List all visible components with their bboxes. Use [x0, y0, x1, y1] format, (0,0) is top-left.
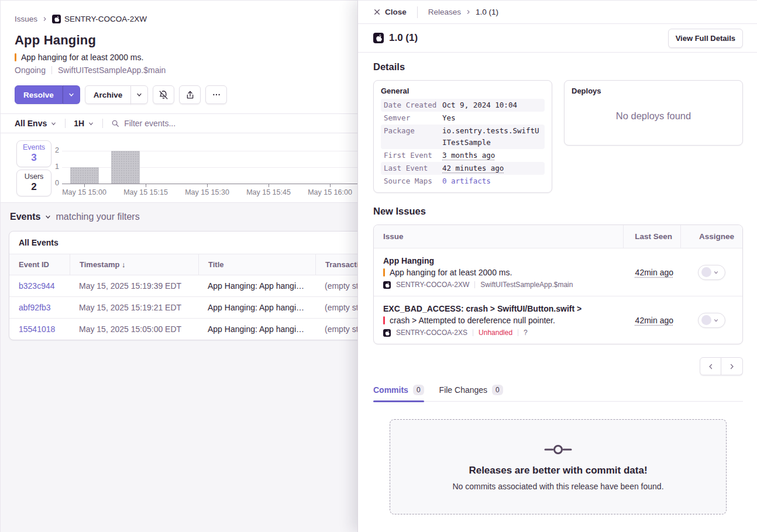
date-range-dropdown[interactable]: 1H [74, 119, 94, 128]
x-axis-label: May 15 16:00 [298, 188, 357, 196]
event-table-row: b323c944 May 15, 2025 15:19:39 EDT App H… [9, 275, 357, 297]
empty-state-subtitle: No commits associated with this release … [452, 482, 663, 491]
archive-dropdown-button[interactable] [130, 85, 148, 104]
release-titlebar: 1.0 (1) View Full Details [358, 24, 757, 53]
divider [51, 66, 52, 74]
issue-row-message: App hanging for at least 2000 ms. [390, 268, 512, 277]
event-id-link[interactable]: 15541018 [19, 324, 55, 334]
detail-row: Package io.sentry.tests.SwiftUITestSampl… [381, 125, 545, 149]
issue-last-seen: 42min ago [635, 268, 673, 277]
events-bar-chart: 012May 15 15:00May 15 15:15May 15 15:30M… [1, 133, 357, 202]
chart-bar [70, 167, 99, 184]
breadcrumb-releases-link[interactable]: Releases [428, 8, 461, 16]
deploys-card-title: Deploys [572, 87, 735, 95]
event-transaction: (empty string) [315, 275, 357, 296]
x-axis-label: May 15 15:45 [236, 188, 301, 196]
issue-row-title[interactable]: App Hanging [383, 256, 614, 265]
issue-row-culprit: SwiftUITestSampleApp.$main [480, 281, 573, 289]
column-header-issue: Issue [374, 225, 623, 248]
filter-events-input[interactable] [124, 119, 300, 128]
column-header-timestamp[interactable]: Timestamp ↓ [70, 254, 198, 275]
assignee-dropdown[interactable] [698, 313, 725, 328]
events-toggle-card[interactable]: Events 3 [16, 140, 51, 167]
column-header-event-id: Event ID [9, 254, 70, 275]
commits-count-badge: 0 [413, 385, 424, 395]
close-icon [373, 8, 381, 16]
chevron-down-icon [713, 270, 719, 275]
last-event-value: 42 minutes ago [442, 163, 542, 174]
apple-platform-icon [52, 15, 61, 23]
issue-last-seen: 42min ago [635, 316, 673, 325]
users-toggle-card[interactable]: Users 2 [16, 170, 51, 196]
events-dataset-dropdown[interactable]: Events [10, 212, 40, 222]
chart-gridline [62, 167, 357, 168]
mute-button[interactable] [153, 85, 174, 104]
view-full-details-button[interactable]: View Full Details [668, 29, 743, 48]
chevron-right-icon [728, 363, 735, 370]
users-count: 2 [17, 181, 51, 193]
handled-unknown-indicator: ? [524, 329, 528, 337]
divider [65, 119, 66, 128]
x-axis-tick [84, 184, 85, 187]
chevron-right-icon [42, 15, 47, 23]
error-level-indicator [383, 316, 385, 324]
event-id-link[interactable]: b323c944 [19, 281, 55, 291]
resolve-dropdown-button[interactable] [63, 85, 80, 104]
chevron-down-icon [44, 213, 51, 220]
new-issues-pagination [373, 357, 743, 375]
share-button[interactable] [179, 85, 201, 104]
archive-button[interactable]: Archive [85, 85, 132, 104]
events-toggle-label: Events [17, 143, 51, 151]
previous-page-button[interactable] [700, 357, 721, 375]
assignee-dropdown[interactable] [698, 265, 725, 280]
resolve-button[interactable]: Resolve [15, 85, 63, 104]
event-transaction: (empty string) [315, 297, 357, 318]
chevron-down-icon [50, 120, 57, 127]
file-changes-count-badge: 0 [492, 385, 503, 395]
table-title: All Events [9, 232, 357, 254]
breadcrumb-project[interactable]: SENTRY-COCOA-2XW [52, 15, 147, 23]
breadcrumb-issues-link[interactable]: Issues [15, 15, 37, 23]
more-actions-button[interactable] [205, 85, 227, 104]
users-toggle-label: Users [17, 172, 51, 181]
package-value: io.sentry.tests.SwiftUITestSample [442, 125, 542, 148]
drawer-breadcrumb: Releases 1.0 (1) [428, 8, 498, 16]
event-timestamp: May 15, 2025 15:19:39 EDT [70, 275, 198, 296]
tab-file-changes[interactable]: File Changes 0 [439, 385, 503, 401]
event-table-row: abf92fb3 May 15, 2025 15:19:21 EDT App H… [9, 297, 357, 319]
issue-row-title[interactable]: EXC_BAD_ACCESS: crash > SwiftUI/Button.s… [383, 304, 614, 313]
next-page-button[interactable] [721, 357, 743, 375]
issue-culprit: SwiftUITestSampleApp.$main [58, 65, 166, 75]
event-table-row: 15541018 May 15, 2025 15:05:00 EDT App H… [9, 319, 357, 340]
apple-platform-icon [373, 33, 384, 43]
filter-bar: All Envs 1H [1, 113, 357, 133]
search-icon [111, 119, 119, 127]
chevron-down-icon [68, 91, 75, 98]
environment-dropdown[interactable]: All Envs [15, 119, 57, 128]
drawer-topbar: Close Releases 1.0 (1) [358, 1, 757, 24]
commits-empty-state: Releases are better with commit data! No… [390, 419, 727, 514]
error-level-indicator [383, 268, 385, 277]
event-id-link[interactable]: abf92fb3 [19, 303, 51, 312]
new-issue-row[interactable]: App Hanging App hanging for at least 200… [374, 248, 742, 296]
graph-legend: Events 3 Users 2 [16, 140, 51, 196]
new-issues-header-row: Issue Last Seen Assignee [374, 225, 742, 248]
breadcrumb-current-release: 1.0 (1) [476, 8, 498, 16]
semver-value: Yes [442, 112, 542, 124]
new-issues-table: Issue Last Seen Assignee App Hanging App… [373, 224, 743, 344]
tab-commits[interactable]: Commits 0 [373, 385, 424, 401]
divider [474, 281, 475, 288]
x-axis-label: May 15 15:00 [52, 188, 116, 196]
archive-split-button: Archive [85, 85, 149, 104]
chevron-right-icon [466, 9, 471, 15]
project-slug: SENTRY-COCOA-2XW [64, 15, 147, 23]
ellipsis-icon [212, 90, 221, 99]
release-tabs: Commits 0 File Changes 0 [373, 385, 743, 402]
issue-row-project: SENTRY-COCOA-2XW [396, 281, 469, 289]
events-section-heading: Events matching your filters [10, 212, 357, 222]
source-maps-link[interactable]: 0 artifacts [442, 175, 542, 187]
column-header-title: Title [198, 254, 315, 275]
new-issue-row[interactable]: EXC_BAD_ACCESS: crash > SwiftUI/Button.s… [374, 296, 742, 344]
unhandled-badge: Unhandled [479, 329, 512, 337]
close-drawer-button[interactable]: Close [373, 8, 407, 16]
